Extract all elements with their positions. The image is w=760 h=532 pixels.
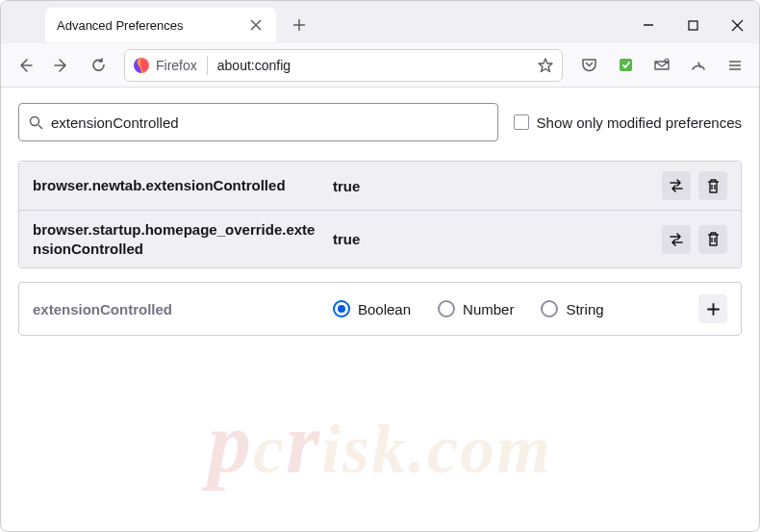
firefox-icon — [133, 57, 150, 74]
radio-label: Number — [463, 301, 514, 317]
maximize-button[interactable] — [671, 4, 715, 46]
pref-name: browser.startup.homepage_override.extens… — [33, 220, 321, 258]
search-input[interactable]: extensionControlled — [18, 103, 498, 141]
radio-boolean[interactable]: Boolean — [333, 300, 411, 317]
radio-icon — [438, 300, 455, 317]
delete-button[interactable] — [698, 171, 727, 200]
new-pref-name: extensionControlled — [33, 301, 321, 317]
pref-row: browser.newtab.extensionControlled true — [19, 162, 741, 211]
new-tab-button[interactable] — [284, 10, 315, 40]
toggle-button[interactable] — [662, 171, 691, 200]
radio-number[interactable]: Number — [438, 300, 514, 317]
radio-string[interactable]: String — [541, 300, 603, 317]
radio-icon — [333, 300, 350, 317]
pref-value: true — [333, 231, 650, 247]
checkbox-label: Show only modified preferences — [537, 114, 742, 131]
tab-title: Advanced Preferences — [57, 18, 247, 33]
add-button[interactable] — [698, 294, 727, 323]
reload-button[interactable] — [82, 49, 114, 82]
browser-tab[interactable]: Advanced Preferences — [45, 8, 276, 42]
radio-label: Boolean — [358, 301, 411, 317]
toggle-button[interactable] — [662, 225, 691, 254]
pref-value: true — [333, 178, 650, 194]
search-icon — [29, 115, 43, 130]
show-modified-checkbox[interactable]: Show only modified preferences — [514, 114, 742, 131]
extension-icon[interactable] — [609, 49, 642, 82]
pref-row: browser.startup.homepage_override.extens… — [19, 211, 741, 267]
svg-rect-2 — [620, 59, 632, 71]
radio-label: String — [566, 301, 603, 317]
urlbar-divider — [207, 56, 208, 75]
svg-rect-0 — [689, 21, 697, 30]
forward-button[interactable] — [45, 49, 78, 82]
identity-label: Firefox — [156, 58, 197, 73]
svg-point-4 — [31, 116, 39, 125]
close-window-button[interactable] — [715, 4, 759, 46]
url-text: about:config — [217, 58, 537, 73]
search-value: extensionControlled — [51, 114, 179, 131]
url-bar[interactable]: Firefox about:config — [124, 49, 563, 82]
speedometer-icon[interactable] — [682, 49, 715, 82]
delete-button[interactable] — [698, 225, 727, 254]
close-tab-icon[interactable] — [247, 16, 265, 34]
pocket-button[interactable] — [572, 49, 605, 82]
bookmark-star-icon[interactable] — [537, 57, 554, 74]
back-button[interactable] — [9, 49, 41, 82]
mail-icon[interactable] — [646, 49, 678, 82]
pref-name: browser.newtab.extensionControlled — [33, 176, 321, 195]
minimize-button[interactable] — [626, 4, 671, 46]
watermark: pcrisk.com — [208, 393, 552, 493]
menu-button[interactable] — [719, 49, 751, 82]
radio-icon — [541, 300, 558, 317]
checkbox-icon — [514, 114, 529, 130]
svg-point-3 — [665, 59, 669, 63]
